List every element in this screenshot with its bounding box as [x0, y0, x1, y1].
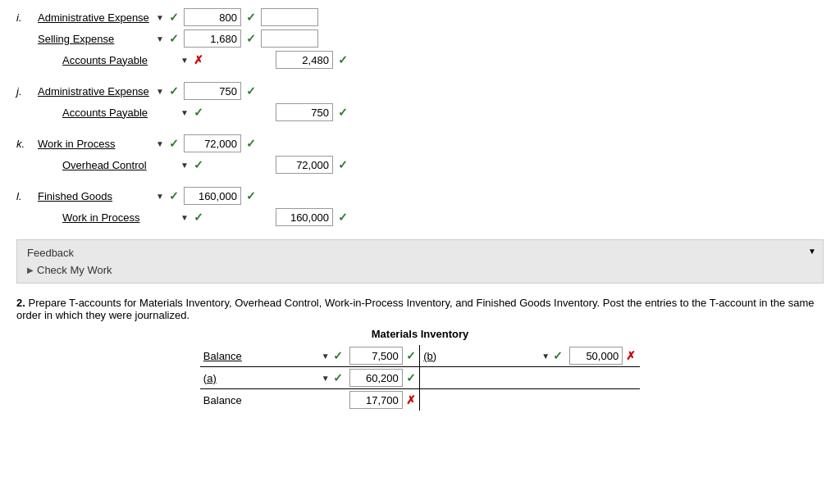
entry-k-letter: k. — [16, 138, 33, 150]
t-a-left-amount[interactable] — [349, 369, 403, 387]
t-account-materials-header-row: Balance ▼ ✓ ✓ (b) ▼ — [200, 345, 640, 367]
check-my-work-button[interactable]: ▶ Check My Work — [27, 264, 813, 276]
entry-l-credit-account[interactable]: Work in Process ▼ — [62, 211, 189, 224]
t-b-right-amount[interactable] — [569, 347, 623, 365]
entry-j-letter: j. — [16, 85, 33, 98]
entry-k-debit-amount[interactable] — [184, 134, 241, 152]
entry-k-debit-check: ✓ — [169, 137, 179, 150]
entry-l-debit-amount[interactable] — [184, 187, 241, 205]
entry-k-debit-account[interactable]: Work in Process ▼ — [38, 138, 164, 150]
check-my-work-label: Check My Work — [37, 264, 112, 276]
section-2: 2. Prepare T-accounts for Materials Inve… — [16, 297, 824, 411]
entry-i-credit1-amount-input[interactable] — [261, 8, 318, 26]
entry-j-credit-amount-check: ✓ — [338, 106, 348, 119]
entry-k-debit-amount-check: ✓ — [246, 137, 256, 150]
entry-i-debit2-dropdown[interactable]: ▼ — [156, 34, 164, 43]
t-b-right-amount-check: ✗ — [626, 349, 636, 362]
entry-j-debit-account[interactable]: Administrative Expense ▼ — [38, 85, 164, 98]
entry-k-debit-row: k. Work in Process ▼ ✓ ✓ — [16, 134, 824, 152]
entry-l-credit-amount-check: ✓ — [338, 211, 348, 224]
entry-l-credit-label: Work in Process — [62, 211, 177, 224]
t-balance-left-dropdown[interactable]: ▼ — [322, 352, 330, 361]
entry-j-debit-amount-check: ✓ — [246, 84, 256, 98]
t-a-left-dropdown[interactable]: ▼ — [322, 374, 330, 383]
entry-j-debit-check: ✓ — [169, 84, 179, 98]
entry-j-credit-row: Accounts Payable ▼ ✓ ✓ — [41, 103, 824, 121]
entry-i-debit2-amount-check: ✓ — [246, 32, 256, 45]
t-account-materials-title: Materials Inventory — [16, 328, 824, 340]
entry-i-credit-account[interactable]: Accounts Payable ▼ — [62, 54, 189, 66]
entry-k-credit-amount[interactable] — [276, 156, 333, 174]
entry-k-credit-check: ✓ — [194, 158, 203, 171]
entry-l-debit-account[interactable]: Finished Goods ▼ — [38, 190, 164, 202]
entry-l-credit-dropdown[interactable]: ▼ — [180, 213, 189, 222]
entry-j-credit-label: Accounts Payable — [62, 107, 177, 119]
entry-j-debit-amount[interactable] — [184, 82, 241, 100]
journal-section: i. Administrative Expense ▼ ✓ ✓ Selling … — [16, 8, 824, 226]
t-balance-left-amount[interactable] — [349, 347, 403, 365]
entry-l-letter: l. — [16, 190, 33, 202]
t-balance-bottom-amount[interactable] — [349, 391, 403, 409]
entry-i-credit-dropdown[interactable]: ▼ — [180, 56, 189, 65]
t-balance-left-check: ✓ — [333, 349, 343, 362]
entry-i-debit2-label: Selling Expense — [38, 33, 153, 45]
check-my-work-arrow-icon: ▶ — [27, 266, 34, 275]
entry-k-credit-label: Overhead Control — [62, 159, 177, 171]
t-balance-bottom-label: Balance — [203, 394, 242, 406]
entry-i-credit-row: Accounts Payable ▼ ✗ ✓ — [41, 51, 824, 69]
t-b-right-dropdown[interactable]: ▼ — [541, 352, 550, 361]
entry-i-credit-amount[interactable] — [276, 51, 333, 69]
entry-k-credit-account[interactable]: Overhead Control ▼ — [62, 159, 189, 171]
entry-j-credit-check: ✓ — [194, 106, 203, 119]
entry-i-credit-label: Accounts Payable — [62, 54, 177, 66]
entry-k: k. Work in Process ▼ ✓ ✓ Overhead Contro… — [16, 134, 824, 174]
entry-l-credit-row: Work in Process ▼ ✓ ✓ — [41, 208, 824, 226]
feedback-toggle-icon[interactable]: ▼ — [808, 247, 816, 256]
entry-i-debit1-account[interactable]: Administrative Expense ▼ — [38, 11, 164, 24]
entry-i-debit2-row: Selling Expense ▼ ✓ ✓ — [16, 30, 824, 48]
entry-j-credit-account[interactable]: Accounts Payable ▼ — [62, 107, 189, 119]
entry-i-debit1-amount[interactable] — [184, 8, 241, 26]
entry-j-debit-row: j. Administrative Expense ▼ ✓ ✓ — [16, 82, 824, 100]
entry-l-credit-check: ✓ — [194, 211, 203, 224]
feedback-title: Feedback — [27, 247, 74, 259]
entry-k-debit-dropdown[interactable]: ▼ — [156, 139, 164, 148]
entry-l-credit-amount[interactable] — [276, 208, 333, 226]
entry-j-debit-dropdown[interactable]: ▼ — [156, 87, 164, 96]
entry-j-debit-label: Administrative Expense — [38, 85, 153, 98]
entry-i-debit1-row: i. Administrative Expense ▼ ✓ ✓ — [16, 8, 824, 26]
entry-l-debit-check: ✓ — [169, 189, 179, 202]
entry-i-credit2-amount-input[interactable] — [261, 30, 318, 48]
entry-i-debit2-account[interactable]: Selling Expense ▼ — [38, 33, 164, 45]
entry-k-credit-dropdown[interactable]: ▼ — [180, 161, 189, 170]
t-balance-label-left: Balance — [203, 350, 318, 362]
entry-i-debit1-amount-check: ✓ — [246, 11, 256, 24]
entry-l-debit-dropdown[interactable]: ▼ — [156, 192, 164, 201]
entry-j: j. Administrative Expense ▼ ✓ ✓ Accounts… — [16, 82, 824, 121]
t-a-left-check: ✓ — [333, 371, 343, 384]
entry-l-debit-amount-check: ✓ — [246, 189, 256, 202]
entry-l-debit-label: Finished Goods — [38, 190, 153, 202]
entry-i-debit1-check: ✓ — [169, 11, 179, 24]
entry-i-debit2-amount[interactable] — [184, 30, 241, 48]
t-a-label-left: (a) — [203, 372, 318, 384]
entry-i-letter: i. — [16, 11, 33, 24]
entry-l: l. Finished Goods ▼ ✓ ✓ Work in Process … — [16, 187, 824, 226]
t-account-materials-table: Balance ▼ ✓ ✓ (b) ▼ — [200, 345, 640, 411]
feedback-section: Feedback ▼ ▶ Check My Work — [16, 239, 824, 284]
t-account-materials-data-row: (a) ▼ ✓ ✓ — [200, 367, 640, 389]
t-a-left-amount-check: ✓ — [406, 371, 416, 384]
entry-k-credit-amount-check: ✓ — [338, 158, 348, 171]
entry-j-credit-amount[interactable] — [276, 103, 333, 121]
entry-j-credit-dropdown[interactable]: ▼ — [180, 108, 189, 117]
entry-i-credit-check: ✗ — [194, 53, 203, 66]
entry-i-debit1-label: Administrative Expense — [38, 11, 153, 24]
t-account-materials-balance-row: Balance ✗ — [200, 389, 640, 411]
t-balance-left-amount-check: ✓ — [406, 349, 416, 362]
entry-i-credit-amount-check: ✓ — [338, 53, 348, 66]
t-b-right-check: ✓ — [553, 349, 563, 362]
entry-i-debit1-dropdown[interactable]: ▼ — [156, 13, 164, 22]
entry-l-debit-row: l. Finished Goods ▼ ✓ ✓ — [16, 187, 824, 205]
section-2-description: 2. Prepare T-accounts for Materials Inve… — [16, 297, 824, 321]
entry-k-debit-label: Work in Process — [38, 138, 153, 150]
